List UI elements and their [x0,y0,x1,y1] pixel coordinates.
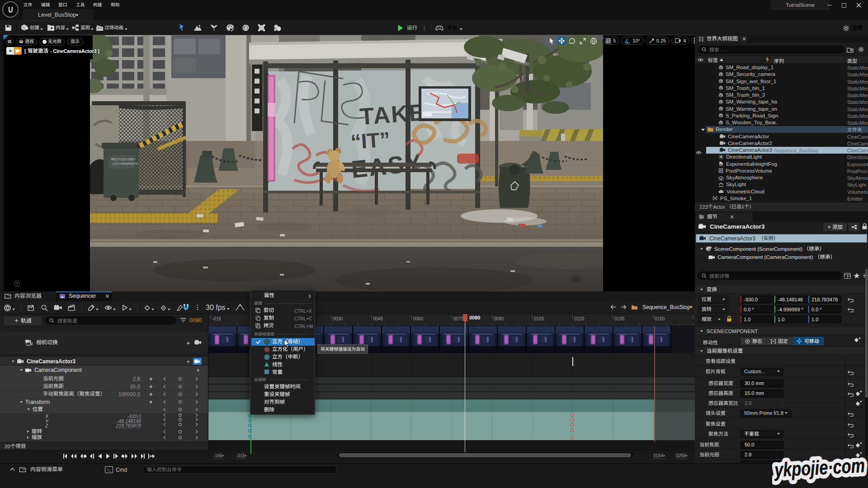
svg-text:ykpojie·com: ykpojie·com [773,454,865,481]
